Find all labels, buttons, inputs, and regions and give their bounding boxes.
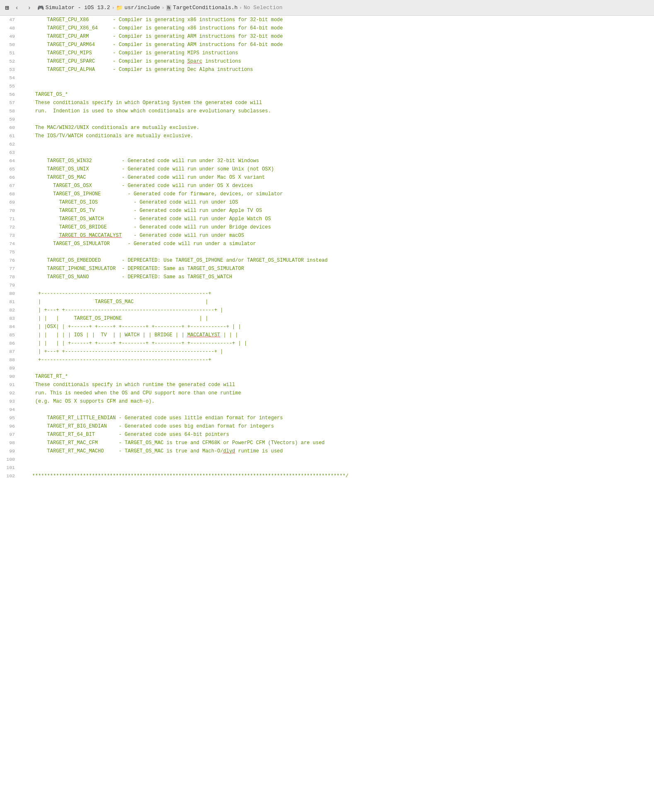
line-number: 97 (0, 430, 22, 439)
line-number: 47 (0, 16, 22, 24)
line-number: 88 (0, 356, 22, 364)
line-content: run. Indention is used to show which con… (22, 107, 654, 115)
table-row: 97 TARGET_RT_64_BIT - Generated code use… (0, 430, 654, 439)
table-row: 82 | +---+ +----------------------------… (0, 306, 654, 314)
line-content: TARGET_OS_EMBEDDED - DEPRECATED: Use TAR… (22, 256, 654, 265)
line-number: 52 (0, 57, 22, 66)
line-content: TARGET_CPU_MIPS - Compiler is generating… (22, 49, 654, 57)
line-content: The IOS/TV/WATCH conditionals are mutual… (22, 132, 654, 140)
table-row: 50 TARGET_CPU_ARM64 - Compiler is genera… (0, 41, 654, 49)
line-number: 85 (0, 331, 22, 339)
line-content: These conditionals specify in which Oper… (22, 99, 654, 107)
line-number: 63 (0, 148, 22, 157)
table-row: 76 TARGET_OS_EMBEDDED - DEPRECATED: Use … (0, 256, 654, 265)
table-row: 65 TARGET_OS_UNIX - Generated code will … (0, 165, 654, 173)
line-number: 95 (0, 414, 22, 422)
table-row: 92 run. This is needed when the OS and C… (0, 389, 654, 397)
table-row: 102 ************************************… (0, 472, 654, 480)
grid-icon[interactable]: ⊞ (5, 4, 9, 12)
line-number: 61 (0, 132, 22, 140)
table-row: 100 (0, 455, 654, 464)
breadcrumb-sep-3: › (239, 5, 242, 10)
line-number: 70 (0, 207, 22, 215)
line-number: 94 (0, 406, 22, 414)
line-number: 77 (0, 265, 22, 273)
line-content: TARGET_OS_BRIDGE - Generated code will r… (22, 223, 654, 231)
line-number: 74 (0, 240, 22, 248)
forward-button[interactable]: › (25, 3, 34, 12)
breadcrumb-sep-2: › (162, 5, 165, 10)
table-row: 48 TARGET_CPU_X86_64 - Compiler is gener… (0, 24, 654, 32)
table-row: 80 +------------------------------------… (0, 289, 654, 298)
back-button[interactable]: ‹ (12, 3, 22, 12)
table-row: 66 TARGET_OS_MAC - Generated code will r… (0, 173, 654, 182)
table-row: 57 These conditionals specify in which O… (0, 99, 654, 107)
line-number: 54 (0, 74, 22, 82)
line-number: 57 (0, 99, 22, 107)
table-row: 84 | |OSX| | +------+ +-----+ +--------+… (0, 323, 654, 331)
line-number: 48 (0, 24, 22, 32)
table-row: 89 (0, 364, 654, 372)
header-file-icon: h (166, 5, 172, 11)
line-number: 69 (0, 198, 22, 207)
table-row: 94 (0, 406, 654, 414)
table-row: 47 TARGET_CPU_X86 - Compiler is generati… (0, 16, 654, 24)
line-content: TARGET_OS_* (22, 90, 654, 99)
line-content: TARGET_RT_BIG_ENDIAN - Generated code us… (22, 422, 654, 430)
line-number: 53 (0, 66, 22, 74)
breadcrumb-file[interactable]: h TargetConditionals.h (166, 5, 238, 11)
line-number: 80 (0, 289, 22, 298)
line-number: 99 (0, 447, 22, 455)
no-selection-label: No Selection (244, 5, 283, 11)
line-number: 75 (0, 248, 22, 256)
breadcrumb: 🎮 Simulator - iOS 13.2 › 📁 usr/include ›… (37, 5, 283, 11)
line-content: run. This is needed when the OS and CPU … (22, 389, 654, 397)
line-number: 49 (0, 32, 22, 41)
table-row: 55 (0, 82, 654, 90)
table-row: 99 TARGET_RT_MAC_MACHO - TARGET_OS_MAC i… (0, 447, 654, 455)
dlyd-label: dlyd (223, 448, 235, 454)
breadcrumb-simulator[interactable]: 🎮 Simulator - iOS 13.2 (37, 5, 110, 11)
table-row: 72 TARGET_OS_BRIDGE - Generated code wil… (0, 223, 654, 231)
line-number: 83 (0, 314, 22, 323)
line-number: 51 (0, 49, 22, 57)
line-content: (e.g. Mac OS X supports CFM and mach-o). (22, 397, 654, 406)
line-number: 91 (0, 381, 22, 389)
table-row: 71 TARGET_OS_WATCH - Generated code will… (0, 215, 654, 223)
line-content: These conditionals specify in which runt… (22, 381, 654, 389)
table-row: 96 TARGET_RT_BIG_ENDIAN - Generated code… (0, 422, 654, 430)
line-content: TARGET_CPU_ARM64 - Compiler is generatin… (22, 41, 654, 49)
line-content: TARGET_CPU_ARM - Compiler is generating … (22, 32, 654, 41)
line-content: | | | TARGET_OS_IPHONE | | (22, 314, 654, 323)
table-row: 77 TARGET_IPHONE_SIMULATOR - DEPRECATED:… (0, 265, 654, 273)
line-number: 72 (0, 223, 22, 231)
line-number: 78 (0, 273, 22, 281)
line-number: 60 (0, 124, 22, 132)
line-number: 96 (0, 422, 22, 430)
line-content: TARGET_RT_* (22, 372, 654, 381)
line-content: TARGET_RT_LITTLE_ENDIAN - Generated code… (22, 414, 654, 422)
line-content: TARGET_OS_OSX - Generated code will run … (22, 182, 654, 190)
table-row: 56 TARGET_OS_* (0, 90, 654, 99)
table-row: 54 (0, 74, 654, 82)
line-number: 81 (0, 298, 22, 306)
line-number: 68 (0, 190, 22, 198)
line-content: ****************************************… (22, 472, 654, 480)
table-row: 83 | | | TARGET_OS_IPHONE | | (0, 314, 654, 323)
breadcrumb-usr-include[interactable]: 📁 usr/include (116, 5, 160, 11)
line-content: +---------------------------------------… (22, 356, 654, 364)
line-number: 84 (0, 323, 22, 331)
table-row: 90 TARGET_RT_* (0, 372, 654, 381)
line-content: | | | | +------+ +-----+ +--------+ +---… (22, 339, 654, 348)
table-row: 61 The IOS/TV/WATCH conditionals are mut… (0, 132, 654, 140)
line-number: 50 (0, 41, 22, 49)
folder-icon: 📁 (116, 5, 123, 11)
table-row: 86 | | | | +------+ +-----+ +--------+ +… (0, 339, 654, 348)
line-number: 102 (0, 472, 22, 480)
table-row: 91 These conditionals specify in which r… (0, 381, 654, 389)
table-row: 101 (0, 464, 654, 472)
line-content: | |OSX| | +------+ +-----+ +--------+ +-… (22, 323, 654, 331)
table-row: 69 TARGET_OS_IOS - Generated code will r… (0, 198, 654, 207)
line-content: TARGET_RT_MAC_MACHO - TARGET_OS_MAC is t… (22, 447, 654, 455)
line-number: 79 (0, 281, 22, 289)
